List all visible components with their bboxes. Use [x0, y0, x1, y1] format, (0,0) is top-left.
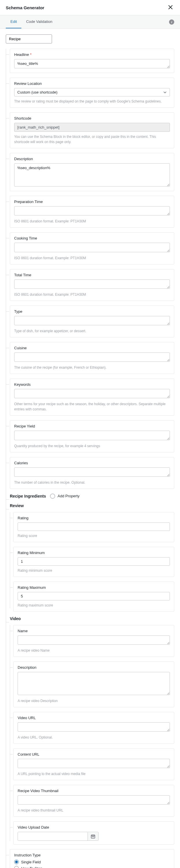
- shortcode-label: Shortcode: [14, 116, 170, 121]
- instruction-type-single-label: Single Field: [21, 860, 41, 864]
- review-location-select[interactable]: Custom (use shortcode): [14, 88, 170, 96]
- prep-time-help: ISO 8601 duration format. Example: PT1H3…: [14, 219, 170, 224]
- close-button[interactable]: [167, 4, 174, 11]
- video-name-input[interactable]: [17, 636, 170, 645]
- instruction-type-single-option[interactable]: Single Field: [14, 860, 170, 864]
- rating-input[interactable]: [17, 523, 170, 531]
- keywords-label: Keywords: [14, 382, 170, 386]
- description-label: Description: [14, 157, 170, 161]
- content-url-help: A URL pointing to the actual video media…: [17, 771, 170, 776]
- content-url-input[interactable]: [17, 759, 170, 768]
- calories-input[interactable]: [14, 467, 170, 477]
- tab-bar: Edit Code Validation i: [0, 16, 180, 29]
- video-url-label: Video URL: [17, 716, 170, 720]
- video-desc-label: Description: [17, 665, 170, 670]
- info-icon[interactable]: i: [169, 20, 174, 25]
- modal-header: Schema Generator: [0, 0, 180, 16]
- shortcode-value[interactable]: [rank_math_rich_snippet]: [14, 123, 170, 132]
- content-url-label: Content URL: [17, 752, 170, 756]
- shortcode-help: You can use the Schema Block in the bloc…: [14, 134, 170, 145]
- tab-edit[interactable]: Edit: [6, 16, 22, 28]
- instruction-type-single-radio[interactable]: [14, 860, 19, 864]
- video-thumbnail-label: Recipe Video Thumbnail: [17, 788, 170, 793]
- video-url-help: A video URL. Optional.: [17, 735, 170, 740]
- add-property-button[interactable]: Add Property: [50, 494, 79, 499]
- description-input[interactable]: [14, 163, 170, 187]
- rating-label: Rating: [17, 516, 170, 520]
- video-thumbnail-input[interactable]: [17, 795, 170, 805]
- yield-help: Quantity produced by the recipe, for exa…: [14, 443, 170, 448]
- video-desc-help: A recipe video Description: [17, 698, 170, 704]
- schema-type-input[interactable]: [6, 34, 52, 43]
- headline-label: Headline *: [14, 53, 170, 57]
- rating-min-label: Rating Minimum: [17, 551, 170, 555]
- cuisine-help: The cuisine of the recipe (for example, …: [14, 365, 170, 370]
- cook-time-label: Cooking Time: [14, 236, 170, 240]
- calendar-button[interactable]: [87, 832, 98, 840]
- cook-time-help: ISO 8601 duration format. Example: PT1H3…: [14, 255, 170, 261]
- video-thumbnail-help: A recipe video thumbnail URL: [17, 808, 170, 813]
- instruction-type-howto-option[interactable]: How To Step: [14, 866, 170, 868]
- video-name-label: Name: [17, 629, 170, 633]
- review-location-label: Review Location: [14, 82, 170, 86]
- instruction-type-label: Instruction Type: [14, 853, 170, 857]
- video-heading: Video: [10, 616, 174, 621]
- instruction-type-howto-label: How To Step: [21, 866, 42, 868]
- total-time-input[interactable]: [14, 279, 170, 289]
- video-desc-input[interactable]: [17, 672, 170, 695]
- calories-help: The number of calories in the recipe. Op…: [14, 480, 170, 485]
- radio-off-icon: [50, 494, 55, 499]
- cuisine-label: Cuisine: [14, 346, 170, 350]
- type-input[interactable]: [14, 316, 170, 325]
- type-label: Type: [14, 309, 170, 314]
- svg-rect-5: [93, 836, 93, 837]
- video-url-input[interactable]: [17, 722, 170, 732]
- type-help: Type of dish, for example appetizer, or …: [14, 329, 170, 334]
- prep-time-input[interactable]: [14, 206, 170, 215]
- total-time-help: ISO 8601 duration format. Example: PT1H3…: [14, 292, 170, 297]
- headline-input[interactable]: [14, 59, 170, 68]
- video-upload-date-input[interactable]: [18, 832, 87, 840]
- ingredients-heading: Recipe Ingredients: [10, 494, 46, 498]
- rating-max-help: Rating maximum score: [17, 603, 170, 608]
- tab-code-validation[interactable]: Code Validation: [22, 16, 57, 28]
- yield-label: Recipe Yield: [14, 424, 170, 428]
- yield-input[interactable]: [14, 431, 170, 440]
- instruction-type-howto-radio[interactable]: [14, 866, 19, 868]
- rating-min-help: Rating minimum score: [17, 568, 170, 573]
- keywords-help: Other terms for your recipe such as the …: [14, 401, 170, 412]
- cuisine-input[interactable]: [14, 352, 170, 362]
- svg-rect-6: [94, 836, 94, 837]
- modal-title: Schema Generator: [6, 5, 44, 10]
- prep-time-label: Preparation Time: [14, 199, 170, 204]
- add-property-label: Add Property: [58, 494, 79, 498]
- video-name-help: A recipe video Name: [17, 648, 170, 653]
- calendar-icon: [91, 834, 95, 839]
- review-heading: Review: [10, 503, 174, 508]
- total-time-label: Total Time: [14, 273, 170, 277]
- rating-max-input[interactable]: [17, 592, 170, 600]
- rating-max-label: Rating Maximum: [17, 585, 170, 590]
- rating-help: Rating score: [17, 533, 170, 538]
- cook-time-input[interactable]: [14, 243, 170, 252]
- video-upload-date-label: Video Upload Date: [17, 825, 170, 830]
- svg-rect-4: [92, 836, 93, 837]
- keywords-input[interactable]: [14, 389, 170, 398]
- calories-label: Calories: [14, 461, 170, 465]
- rating-min-input[interactable]: [17, 557, 170, 566]
- review-location-help: The review or rating must be displayed o…: [14, 99, 170, 104]
